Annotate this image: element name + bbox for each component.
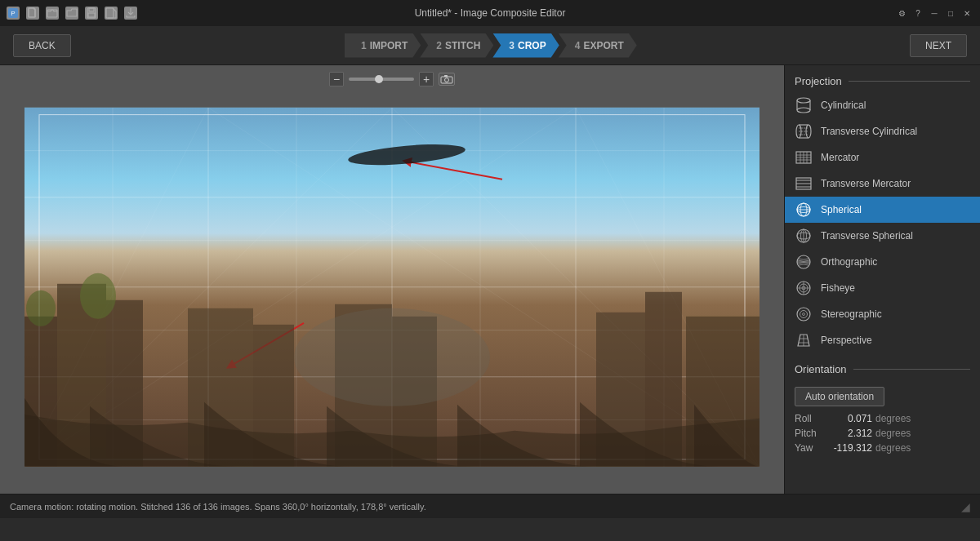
- auto-orientation-button[interactable]: Auto orientation: [795, 387, 884, 406]
- orientation-section: Auto orientation Roll 0.071 degrees Pitc…: [785, 380, 980, 463]
- projection-section-title: Projection: [785, 72, 980, 92]
- scene-background: [24, 107, 760, 466]
- window-title: Untitled* - Image Composite Editor: [415, 7, 566, 19]
- svg-rect-6: [88, 13, 95, 17]
- step-import[interactable]: 1 IMPORT: [345, 33, 421, 58]
- proj-fisheye[interactable]: Fisheye: [785, 275, 980, 301]
- svg-rect-7: [106, 8, 114, 18]
- zoom-in-button[interactable]: +: [419, 72, 434, 86]
- pitch-row: Pitch 2.312 degrees: [795, 428, 970, 439]
- titlebar-left: P: [7, 7, 137, 20]
- panorama-canvas: [0, 65, 784, 494]
- step-stitch[interactable]: 2 STITCH: [420, 33, 493, 58]
- proj-transverse-spherical-label: Transverse Spherical: [821, 230, 913, 242]
- proj-orthographic[interactable]: Orthographic: [785, 249, 980, 275]
- svg-rect-5: [89, 8, 94, 11]
- main-content: − +: [0, 65, 980, 494]
- zoom-out-button[interactable]: −: [329, 72, 344, 86]
- proj-cylindrical[interactable]: Cylindrical: [785, 92, 980, 118]
- proj-orthographic-label: Orthographic: [821, 256, 877, 268]
- spherical-icon: [795, 201, 813, 219]
- step-navigation: BACK 1 IMPORT 2 STITCH 3 CROP 4 EXPORT N…: [0, 26, 980, 65]
- pitch-value: 2.312: [823, 428, 872, 439]
- proj-perspective-label: Perspective: [821, 335, 872, 346]
- proj-transverse-cylindrical[interactable]: Transverse Cylindrical: [785, 118, 980, 144]
- svg-point-87: [803, 313, 805, 316]
- step-export[interactable]: 4 EXPORT: [559, 33, 637, 58]
- mercator-icon: [795, 149, 813, 166]
- proj-fisheye-label: Fisheye: [821, 282, 855, 294]
- transverse-cylindrical-icon: [795, 122, 813, 140]
- proj-transverse-spherical[interactable]: Transverse Spherical: [785, 223, 980, 249]
- proj-mercator-label: Mercator: [821, 152, 859, 163]
- statusbar: Camera motion: rotating motion. Stitched…: [0, 494, 980, 518]
- step-crop[interactable]: 3 CROP: [492, 33, 559, 58]
- proj-stereographic[interactable]: Stereographic: [785, 301, 980, 327]
- zoom-slider[interactable]: [349, 78, 414, 81]
- proj-perspective[interactable]: Perspective: [785, 327, 980, 353]
- proj-transverse-cylindrical-label: Transverse Cylindrical: [821, 126, 917, 137]
- steps-container: 1 IMPORT 2 STITCH 3 CROP 4 EXPORT: [345, 33, 636, 58]
- toolbar-saveas-icon[interactable]: [105, 7, 118, 20]
- toolbar-save-icon[interactable]: [85, 7, 98, 20]
- cylindrical-icon: [795, 96, 813, 114]
- svg-text:P: P: [11, 10, 15, 17]
- minimize-button[interactable]: ─: [928, 7, 941, 20]
- svg-point-9: [445, 78, 449, 82]
- zoom-bar: − +: [329, 72, 455, 86]
- proj-mercator[interactable]: Mercator: [785, 144, 980, 171]
- proj-cylindrical-label: Cylindrical: [821, 100, 866, 111]
- panorama-image: [24, 107, 760, 466]
- roll-value: 0.071: [823, 413, 872, 424]
- svg-point-86: [800, 311, 808, 318]
- toolbar-openfolder-icon[interactable]: [65, 7, 78, 20]
- orthographic-icon: [795, 253, 813, 271]
- pitch-unit: degrees: [875, 428, 911, 439]
- proj-transverse-mercator-label: Transverse Mercator: [821, 178, 911, 189]
- close-button[interactable]: ✕: [960, 7, 973, 20]
- fisheye-icon: [795, 279, 813, 297]
- transverse-mercator-icon: [795, 175, 813, 193]
- canvas-area[interactable]: − +: [0, 65, 784, 494]
- app-icon: P: [7, 7, 20, 20]
- orientation-section-title: Orientation: [785, 360, 980, 380]
- help-icon[interactable]: ?: [911, 7, 924, 20]
- toolbar-openproject-icon[interactable]: [46, 7, 59, 20]
- pitch-label: Pitch: [795, 428, 823, 439]
- yaw-unit: degrees: [875, 442, 911, 454]
- yaw-row: Yaw -119.312 degrees: [795, 442, 970, 454]
- svg-rect-2: [29, 8, 35, 17]
- proj-spherical[interactable]: Spherical: [785, 197, 980, 223]
- camera-icon[interactable]: [439, 73, 455, 86]
- proj-transverse-mercator[interactable]: Transverse Mercator: [785, 171, 980, 197]
- settings-icon[interactable]: ⚙: [895, 7, 908, 20]
- back-button[interactable]: BACK: [13, 34, 71, 57]
- status-resize[interactable]: ◢: [961, 500, 970, 513]
- svg-point-48: [797, 98, 810, 103]
- projection-list: Cylindrical Transverse Cylindrical: [785, 92, 980, 353]
- stereographic-icon: [795, 305, 813, 323]
- status-text: Camera motion: rotating motion. Stitched…: [10, 502, 426, 512]
- proj-stereographic-label: Stereographic: [821, 308, 882, 320]
- svg-point-49: [797, 108, 810, 113]
- window-controls: ⚙ ? ─ □ ✕: [895, 7, 973, 20]
- perspective-icon: [795, 331, 813, 349]
- transverse-spherical-icon: [795, 227, 813, 245]
- roll-label: Roll: [795, 413, 823, 424]
- yaw-value: -119.312: [823, 442, 872, 454]
- right-panel: Projection Cylindrical: [784, 65, 980, 494]
- toolbar-new-icon[interactable]: [26, 7, 39, 20]
- svg-rect-3: [47, 10, 57, 17]
- zoom-thumb[interactable]: [375, 75, 383, 83]
- maximize-button[interactable]: □: [944, 7, 957, 20]
- roll-unit: degrees: [875, 413, 911, 424]
- yaw-label: Yaw: [795, 442, 823, 454]
- svg-point-85: [797, 308, 810, 321]
- svg-rect-10: [444, 75, 448, 77]
- next-button[interactable]: NEXT: [910, 34, 967, 57]
- toolbar-export-icon[interactable]: [124, 7, 137, 20]
- titlebar: P Untitled* - Image Composite Editor ⚙ ?…: [0, 0, 980, 26]
- proj-spherical-label: Spherical: [821, 204, 862, 215]
- roll-row: Roll 0.071 degrees: [795, 413, 970, 424]
